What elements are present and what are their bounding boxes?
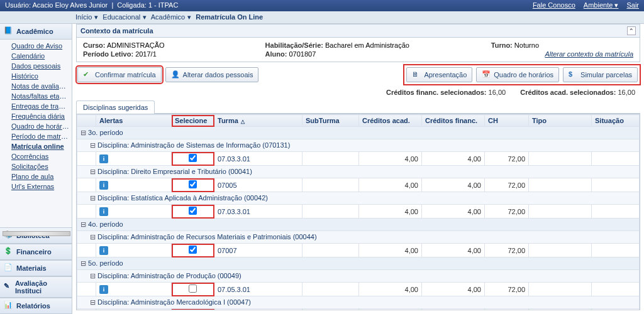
crumb-academico[interactable]: Acadêmico [151, 13, 185, 21]
crumb-page: Rematrícula On Line [196, 13, 263, 21]
sidebar-item-10[interactable]: Matrícula online [0, 141, 72, 151]
btn-alterar-dados[interactable]: 👤 Alterar dados pessoais [165, 67, 259, 82]
tab-disciplinas-sugeridas[interactable]: Disciplinas sugeridas [76, 100, 155, 114]
disciplina-row[interactable]: Disciplina: Administração Mercadológica … [77, 296, 640, 309]
btn-quadro-horarios[interactable]: 📅 Quadro de horários [476, 67, 559, 82]
info-icon[interactable]: i [99, 181, 108, 190]
dollar-icon: $ [569, 70, 577, 79]
sidebar-header-academico[interactable]: 📘 Acadêmico [0, 24, 72, 40]
user-name: Acacio Eloy Alves Junior [32, 1, 108, 9]
link-fale-conosco[interactable]: Fale Conosco [533, 1, 575, 9]
cell-6: 4,00 [422, 309, 485, 311]
turma-link[interactable]: 07007 [218, 247, 237, 254]
sidebar-item-4[interactable]: Notas de avaliações [0, 81, 72, 91]
sidebar-bottom-3[interactable]: ✎Avaliação Instituci [0, 276, 72, 298]
curso-label: Curso: [83, 41, 105, 49]
sidebar-item-1[interactable]: Calendário [0, 51, 72, 61]
hab-value: Bacharel em Administração [325, 41, 409, 49]
sidebar-scrollbar[interactable] [3, 231, 70, 236]
sidebar-item-2[interactable]: Dados pessoais [0, 61, 72, 71]
link-ambiente[interactable]: Ambiente ▾ [584, 1, 619, 9]
turma-link[interactable]: 07.03.3.01 [218, 155, 250, 163]
btn-simular-parcelas[interactable]: $ Simular parcelas [563, 67, 638, 82]
btn-alterar-label: Alterar dados pessoais [183, 71, 253, 78]
sidebar-item-11[interactable]: Ocorrências [0, 151, 72, 161]
cred-fin-label: Créditos financ. selecionados: [386, 89, 487, 96]
btn-confirmar-matricula[interactable]: ✔ Confirmar matrícula [77, 67, 162, 82]
group-row[interactable]: 5o. período [77, 257, 640, 270]
cell-3: 07003 [214, 309, 303, 311]
toolbar: ✔ Confirmar matrícula 👤 Alterar dados pe… [76, 62, 640, 87]
sidebar-item-0[interactable]: Quadro de Aviso [0, 41, 72, 51]
info-icon[interactable]: i [99, 154, 108, 163]
col-header-2[interactable]: Selecione [172, 115, 214, 127]
info-icon[interactable]: i [99, 246, 108, 255]
coligada-label: Coligada: [117, 1, 146, 9]
user-icon: 👤 [171, 70, 180, 79]
col-header-8[interactable]: Tipo [529, 115, 592, 127]
cell-9 [592, 152, 640, 166]
link-sair[interactable]: Sair [626, 1, 639, 9]
topbar-user: Usuário: Acacio Eloy Alves Junior | Coli… [5, 1, 178, 10]
sidebar-item-13[interactable]: Plano de aula [0, 171, 72, 181]
cred-fin-value: 16,00 [489, 89, 506, 96]
group-row[interactable]: 3o. período [77, 127, 640, 139]
cell-7: 72,00 [485, 244, 529, 257]
crumb-educacional[interactable]: Educacional [103, 13, 140, 21]
col-header-5[interactable]: Créditos acad. [359, 115, 422, 127]
selecione-checkbox[interactable] [189, 246, 197, 254]
sidebar-bottom-4[interactable]: 📊Relatórios [0, 298, 72, 314]
selecione-checkbox[interactable] [189, 180, 197, 188]
selecione-checkbox[interactable] [189, 154, 197, 162]
cell-5: 4,00 [359, 205, 422, 219]
col-header-7[interactable]: CH [485, 115, 529, 127]
sidebar-item-6[interactable]: Entregas de trab./a [0, 101, 72, 111]
col-header-4[interactable]: SubTurma [303, 115, 359, 127]
crumb-inicio[interactable]: Início [75, 13, 92, 21]
link-alterar-contexto[interactable]: Alterar contexto da matrícula [545, 50, 633, 58]
sidebar-item-9[interactable]: Período de matrícul [0, 131, 72, 141]
sidebar-item-12[interactable]: Solicitações [0, 161, 72, 171]
calendar-icon: 📅 [482, 70, 491, 79]
sidebar-bottom-2[interactable]: 📄Materiais [0, 260, 72, 276]
turma-link[interactable]: 07.03.3.01 [218, 208, 250, 215]
sidebar-item-8[interactable]: Quadro de horários [0, 121, 72, 131]
info-icon[interactable]: i [99, 207, 108, 216]
sidebar-item-14[interactable]: Url's Externas [0, 181, 72, 192]
col-header-1[interactable]: Alertas [96, 115, 172, 127]
cell-5: 4,00 [359, 178, 422, 192]
group-row[interactable]: 4o. período [77, 219, 640, 231]
cell-2 [172, 152, 214, 166]
btn-simular-label: Simular parcelas [580, 71, 632, 78]
col-header-0[interactable] [77, 115, 96, 127]
sidebar-bottom-1[interactable]: 💲Financeiro [0, 244, 72, 260]
btn-apresentacao[interactable]: 🗎 Apresentação [406, 67, 472, 82]
link-ambiente-label: Ambiente [584, 1, 613, 9]
sidebar-item-5[interactable]: Notas/faltas etapas [0, 91, 72, 101]
disciplina-row[interactable]: Disciplina: Administração de Recursos Ma… [77, 231, 640, 244]
selecione-checkbox[interactable] [189, 207, 197, 215]
collapse-button[interactable]: ⌃ [627, 26, 636, 35]
turma-link[interactable]: 07005 [218, 181, 237, 189]
col-header-6[interactable]: Créditos financ. [422, 115, 485, 127]
disciplina-row[interactable]: Disciplina: Administração de Sistemas de… [77, 139, 640, 152]
sidebar-item-3[interactable]: Histórico [0, 71, 72, 81]
sidebar: 📘 Acadêmico Quadro de AvisoCalendárioDad… [0, 24, 72, 314]
cell-8 [529, 178, 592, 192]
disciplina-row[interactable]: Disciplina: Estatística Aplicada à Admin… [77, 192, 640, 205]
cell-6: 4,00 [422, 152, 485, 166]
disciplina-row[interactable]: Disciplina: Administração de Produção (0… [77, 270, 640, 283]
info-icon[interactable]: i [99, 285, 108, 294]
cell-8 [529, 244, 592, 257]
cell-2 [172, 205, 214, 219]
cell-9 [592, 283, 640, 296]
cell-8 [529, 152, 592, 166]
turma-link[interactable]: 07.05.3.01 [218, 286, 250, 293]
cell-9 [592, 309, 640, 311]
sidebar-item-7[interactable]: Frequência diária [0, 111, 72, 121]
col-header-3[interactable]: Turma△ [214, 115, 303, 127]
selecione-checkbox[interactable] [189, 284, 197, 293]
check-icon: ✔ [83, 70, 92, 79]
disciplina-row[interactable]: Disciplina: Direito Empresarial e Tribut… [77, 166, 640, 178]
col-header-9[interactable]: Situação [592, 115, 640, 127]
